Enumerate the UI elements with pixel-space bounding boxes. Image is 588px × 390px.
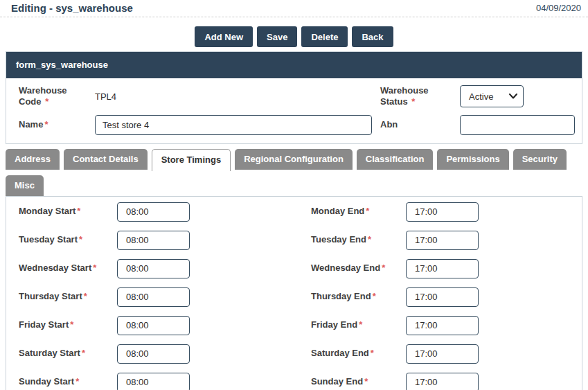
thursday-start-label: Thursday Start* — [19, 291, 117, 302]
tab-security[interactable]: Security — [513, 149, 567, 170]
abn-input[interactable] — [460, 115, 575, 135]
page-date: 04/09/2020 — [536, 2, 581, 13]
friday-end-input[interactable] — [406, 316, 479, 335]
required-asterisk: * — [411, 96, 415, 107]
timing-row-thursday: Thursday Start* Thursday End* — [6, 287, 582, 307]
tab-store-timings[interactable]: Store Timings — [152, 149, 231, 171]
delete-button[interactable]: Delete — [301, 26, 348, 47]
header-divider — [0, 17, 588, 17]
sunday-end-label: Sunday End* — [311, 376, 406, 387]
required-asterisk: * — [93, 263, 96, 273]
tab-misc[interactable]: Misc — [6, 175, 44, 196]
form-fields: Warehouse Code * TPL4 Warehouse Status *… — [6, 78, 582, 143]
warehouse-status-label: Warehouse Status * — [380, 85, 460, 108]
thursday-end-input[interactable] — [406, 287, 479, 307]
monday-end-label: Monday End* — [311, 206, 406, 217]
wednesday-end-label: Wednesday End* — [311, 263, 406, 274]
required-asterisk: * — [84, 291, 87, 301]
sunday-start-input[interactable] — [117, 373, 190, 390]
required-asterisk: * — [44, 119, 48, 130]
monday-end-input[interactable] — [406, 202, 479, 222]
name-label: Name* — [19, 119, 95, 130]
chevron-down-icon — [509, 94, 517, 99]
tuesday-start-label: Tuesday Start* — [19, 234, 117, 245]
back-button[interactable]: Back — [352, 26, 393, 47]
tuesday-start-input[interactable] — [117, 231, 190, 250]
tab-permissions[interactable]: Permissions — [437, 149, 508, 170]
required-asterisk: * — [70, 319, 73, 330]
abn-label: Abn — [380, 119, 460, 130]
friday-start-label: Friday Start* — [19, 319, 117, 330]
monday-start-label: Monday Start* — [19, 206, 117, 217]
friday-start-input[interactable] — [117, 316, 190, 335]
sunday-end-input[interactable] — [406, 373, 479, 390]
wednesday-start-label: Wednesday Start* — [19, 263, 117, 274]
required-asterisk: * — [77, 206, 80, 216]
saturday-start-label: Saturday Start* — [19, 348, 117, 359]
tuesday-end-label: Tuesday End* — [311, 234, 406, 245]
saturday-end-label: Saturday End* — [311, 348, 406, 359]
page-header: Editing - sys_warehouse 04/09/2020 — [0, 0, 588, 14]
warehouse-code-label: Warehouse Code * — [19, 85, 95, 108]
toolbar: Add New Save Delete Back — [0, 26, 588, 47]
required-asterisk: * — [75, 376, 79, 387]
timing-row-wednesday: Wednesday Start* Wednesday End* — [6, 259, 582, 278]
required-asterisk: * — [368, 234, 371, 245]
timing-row-friday: Friday Start* Friday End* — [6, 316, 582, 335]
wednesday-end-input[interactable] — [406, 259, 479, 278]
required-asterisk: * — [373, 291, 376, 301]
add-new-button[interactable]: Add New — [195, 26, 253, 47]
warehouse-code-value: TPL4 — [95, 91, 380, 102]
tab-classification[interactable]: Classification — [357, 149, 434, 170]
wednesday-start-input[interactable] — [117, 259, 190, 278]
required-asterisk: * — [382, 263, 385, 273]
thursday-end-label: Thursday End* — [311, 291, 406, 302]
tab-contact-details[interactable]: Contact Details — [64, 149, 148, 170]
required-asterisk: * — [359, 319, 362, 330]
tab-address[interactable]: Address — [6, 149, 60, 170]
page-title: Editing - sys_warehouse — [11, 2, 133, 14]
required-asterisk: * — [79, 234, 82, 245]
form-panel: form_sys_warehouse Warehouse Code * TPL4… — [6, 51, 582, 144]
required-asterisk: * — [371, 348, 374, 358]
tab-bar: Address Contact Details Store Timings Re… — [6, 149, 582, 196]
required-asterisk: * — [366, 206, 369, 216]
timing-row-tuesday: Tuesday Start* Tuesday End* — [6, 231, 582, 250]
saturday-end-input[interactable] — [406, 344, 479, 364]
warehouse-status-selected-value: Active — [469, 91, 493, 102]
friday-end-label: Friday End* — [311, 319, 406, 330]
timing-row-saturday: Saturday Start* Saturday End* — [6, 344, 582, 364]
name-input[interactable] — [95, 115, 372, 135]
required-asterisk: * — [364, 376, 368, 387]
tuesday-end-input[interactable] — [406, 231, 479, 250]
sunday-start-label: Sunday Start* — [19, 376, 117, 387]
required-asterisk: * — [45, 96, 48, 107]
timing-row-monday: Monday Start* Monday End* — [6, 202, 582, 222]
monday-start-input[interactable] — [117, 202, 190, 222]
warehouse-status-select[interactable]: Active — [460, 85, 524, 107]
required-asterisk: * — [82, 348, 85, 358]
timing-row-sunday: Sunday Start* Sunday End* — [6, 373, 582, 390]
thursday-start-input[interactable] — [117, 287, 190, 307]
form-panel-title: form_sys_warehouse — [6, 52, 582, 78]
saturday-start-input[interactable] — [117, 344, 190, 364]
tab-regional-configuration[interactable]: Regional Configuration — [235, 149, 353, 170]
store-timings-panel: Monday Start* Monday End* Tuesday Start*… — [6, 196, 582, 390]
save-button[interactable]: Save — [257, 26, 297, 47]
